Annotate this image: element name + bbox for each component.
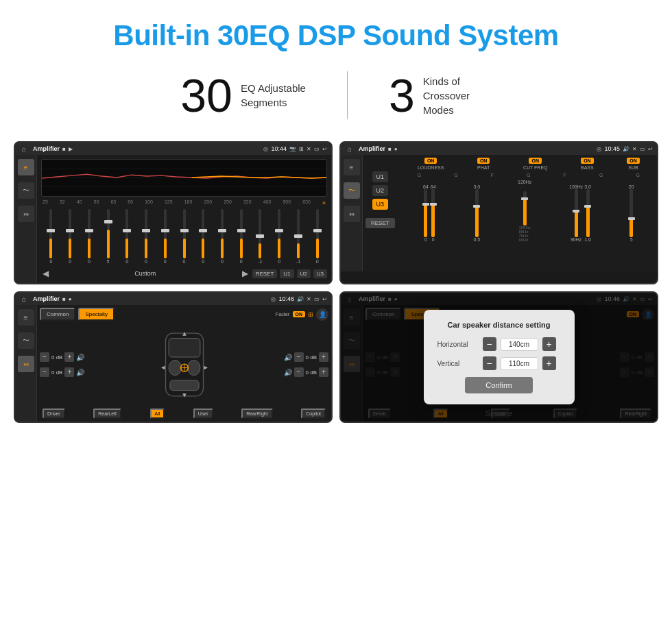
u3-amp-btn[interactable]: U3 [372,199,389,210]
svg-point-6 [187,361,200,376]
eq-slider-12[interactable]: 0 [271,209,288,264]
eq-slider-1[interactable]: 0 [62,209,79,264]
sidebar-eq-btn-2[interactable]: ≡ [344,159,360,175]
u3-btn[interactable]: U3 [313,269,327,278]
eq-slider-6[interactable]: 0 [156,209,173,264]
status-bar-3: ⌂ Amplifier ■ ● ◎ 10:46 🔊 ✕ ▭ ↩ [15,293,331,305]
home-icon-2[interactable]: ⌂ [345,144,355,154]
eq-slider-7[interactable]: 0 [176,209,193,264]
grid-icon-1[interactable]: ⊞ [299,146,304,152]
prev-btn[interactable]: ◀ [41,269,50,278]
dialog-overlay: Car speaker distance setting Horizontal … [341,293,657,422]
back-icon-3[interactable]: ↩ [322,296,327,302]
on-badge-cutfreq[interactable]: ON [529,158,542,164]
eq-slider-13[interactable]: -1 [290,209,307,264]
rearleft-btn[interactable]: RearLeft [93,409,121,419]
location-icon-1: ◎ [263,146,268,152]
eq-slider-11[interactable]: -1 [252,209,269,264]
preset-name: Custom [53,270,238,277]
copilot-btn[interactable]: Copilot [301,409,326,419]
sidebar-expand-btn-3[interactable]: ⇔ [18,356,34,372]
horizontal-minus[interactable]: − [483,337,496,351]
sidebar-expand-btn[interactable]: ⇔ [18,206,34,222]
stat-crossover-number: 3 [389,72,415,119]
reset-amp-btn[interactable]: RESET [365,218,395,228]
dot-icon-3: ● [69,296,72,302]
window-icon-3[interactable]: ▭ [314,296,320,302]
vertical-label: Vertical [437,360,479,367]
horizontal-plus[interactable]: + [542,337,556,351]
screens-grid: ⌂ Amplifier ■ ▶ ◎ 10:44 📷 ⊞ ✕ ▭ ↩ ≡ 〜 ⇔ [0,134,672,437]
home-icon-1[interactable]: ⌂ [19,144,29,154]
db-plus-fr[interactable]: + [319,352,328,362]
fader-label: Fader [276,311,290,317]
db-minus-rl[interactable]: − [40,367,49,377]
ch-phat: PHAT [477,165,490,170]
eq-slider-4[interactable]: 0 [119,209,136,264]
u1-btn[interactable]: U1 [280,269,293,278]
db-plus-rl[interactable]: + [64,367,74,377]
camera-icon-1[interactable]: 📷 [289,146,296,152]
time-2: 10:45 [604,145,620,152]
eq-slider-10[interactable]: 0 [232,209,250,264]
u2-amp-btn[interactable]: U2 [372,185,389,196]
vertical-plus[interactable]: + [542,356,556,370]
confirm-button[interactable]: Confirm [465,377,533,393]
fader-on[interactable]: ON [293,311,306,317]
driver-btn[interactable]: Driver [43,409,65,419]
window-icon-2[interactable]: ▭ [640,146,645,152]
home-icon-3[interactable]: ⌂ [19,294,29,304]
x-icon-3[interactable]: ✕ [307,296,311,302]
db-minus-fl[interactable]: − [40,352,49,362]
reset-btn[interactable]: RESET [252,269,278,278]
db-minus-rr[interactable]: − [294,367,304,377]
sidebar-wave-btn-2[interactable]: 〜 [344,182,360,199]
screen-content-1: ≡ 〜 ⇔ [15,155,331,283]
record-icon-1: ■ [62,146,66,152]
db-plus-fl[interactable]: + [64,352,74,362]
sidebar-wave-btn-3[interactable]: 〜 [18,332,34,349]
on-badge-phat[interactable]: ON [477,158,490,164]
db-plus-rr[interactable]: + [319,367,328,377]
play-icon-1[interactable]: ▶ [69,146,73,152]
u2-btn[interactable]: U2 [297,269,311,278]
u1-amp-btn[interactable]: U1 [372,171,389,182]
x-icon-1[interactable]: ✕ [307,146,311,152]
db-value-fl: 0 dB [51,354,62,361]
svg-marker-13 [161,366,165,370]
sidebar-eq-btn[interactable]: ≡ [18,159,34,175]
on-badge-sub[interactable]: ON [627,158,640,164]
eq-slider-3[interactable]: 5 [99,209,117,264]
eq-slider-0[interactable]: 0 [43,209,60,264]
vol-icon-2[interactable]: 🔊 [623,146,629,152]
eq-slider-2[interactable]: 0 [80,209,97,264]
all-btn[interactable]: All [150,409,165,419]
db-minus-fr[interactable]: − [294,352,304,362]
app-name-3: Amplifier [33,295,60,302]
eq-slider-5[interactable]: 0 [138,209,155,264]
user-btn[interactable]: User [193,409,213,419]
sidebar-expand-btn-2[interactable]: ⇔ [344,206,360,222]
svg-point-5 [169,361,181,376]
next-btn[interactable]: ▶ [241,269,250,278]
distance-dialog: Car speaker distance setting Horizontal … [424,310,575,404]
stat-crossover: 3 Kinds ofCrossover Modes [348,72,533,119]
sidebar-wave-btn[interactable]: 〜 [18,182,34,199]
on-badge-loudness[interactable]: ON [424,158,437,164]
on-badge-bass[interactable]: ON [581,158,594,164]
eq-slider-8[interactable]: 0 [195,209,212,264]
tab-common[interactable]: Common [40,308,75,321]
vol-icon-3[interactable]: 🔊 [297,296,304,302]
eq-bottom-bar: ◀ Custom ▶ RESET U1 U2 U3 [41,267,327,280]
horizontal-label: Horizontal [437,341,479,348]
window-icon-1[interactable]: ▭ [314,146,320,152]
eq-slider-9[interactable]: 0 [214,209,231,264]
back-icon-1[interactable]: ↩ [322,146,327,152]
tab-specialty[interactable]: Specialty [78,308,114,321]
rearright-btn[interactable]: RearRight [241,409,273,419]
back-icon-2[interactable]: ↩ [648,146,653,152]
x-icon-2[interactable]: ✕ [632,146,637,152]
sidebar-eq-btn-3[interactable]: ≡ [18,309,34,326]
vertical-minus[interactable]: − [483,356,496,370]
eq-slider-14[interactable]: 0 [309,209,326,264]
